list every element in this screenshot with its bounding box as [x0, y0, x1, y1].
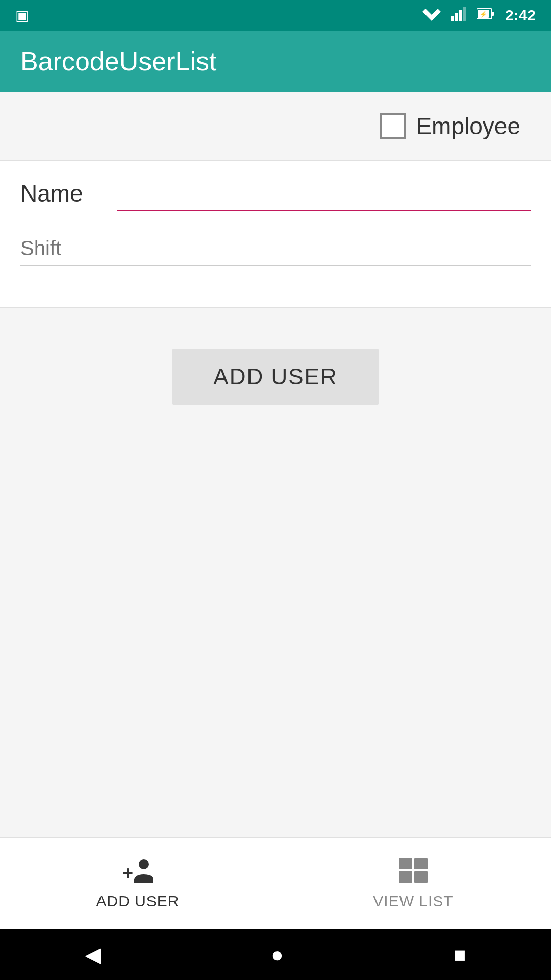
add-user-button[interactable]: ADD USER	[172, 349, 378, 405]
bottom-nav: + ADD USER VIEW LIST	[0, 837, 551, 929]
add-user-section: ADD USER	[0, 308, 551, 446]
employee-checkbox[interactable]	[380, 113, 406, 139]
shift-input[interactable]	[20, 232, 531, 265]
svg-rect-11	[399, 858, 412, 869]
shift-field-row	[20, 232, 531, 266]
status-time: 2:42	[505, 7, 536, 24]
shift-input-wrapper	[20, 232, 531, 266]
nav-add-user[interactable]: + ADD USER	[0, 838, 276, 929]
svg-marker-0	[422, 9, 441, 21]
battery-icon: ⚡	[477, 7, 495, 24]
form-section: Name	[0, 161, 551, 307]
svg-text:⚡: ⚡	[480, 10, 487, 18]
content-spacer	[0, 446, 551, 772]
recent-button[interactable]: ■	[454, 943, 466, 966]
name-label: Name	[20, 180, 102, 211]
app-title: BarcodeUserList	[20, 46, 216, 77]
system-nav: ◀ ● ■	[0, 929, 551, 980]
svg-point-10	[139, 859, 149, 869]
add-user-nav-icon: +	[122, 857, 153, 888]
name-field-row: Name	[20, 177, 531, 211]
nav-view-list[interactable]: VIEW LIST	[276, 838, 551, 929]
svg-rect-1	[451, 16, 454, 21]
svg-rect-13	[399, 871, 412, 883]
employee-row: Employee	[0, 92, 551, 160]
home-button[interactable]: ●	[271, 943, 283, 966]
signal-icon	[451, 7, 466, 24]
nav-view-list-label: VIEW LIST	[373, 893, 453, 910]
svg-rect-6	[492, 12, 494, 16]
view-list-nav-icon	[398, 857, 429, 888]
svg-text:+: +	[122, 863, 133, 884]
nav-add-user-label: ADD USER	[96, 893, 179, 910]
employee-label: Employee	[416, 112, 520, 140]
memory-card-icon: ▣	[15, 7, 29, 24]
status-bar: ▣ ⚡ 2:42	[0, 0, 551, 31]
name-input[interactable]	[117, 177, 531, 210]
svg-rect-2	[455, 13, 458, 21]
wifi-icon	[422, 7, 441, 24]
name-input-wrapper	[117, 177, 531, 211]
svg-rect-4	[463, 7, 466, 21]
svg-rect-3	[459, 10, 462, 21]
back-button[interactable]: ◀	[85, 943, 101, 966]
svg-rect-14	[414, 871, 428, 883]
app-bar: BarcodeUserList	[0, 31, 551, 92]
svg-rect-12	[414, 858, 428, 869]
